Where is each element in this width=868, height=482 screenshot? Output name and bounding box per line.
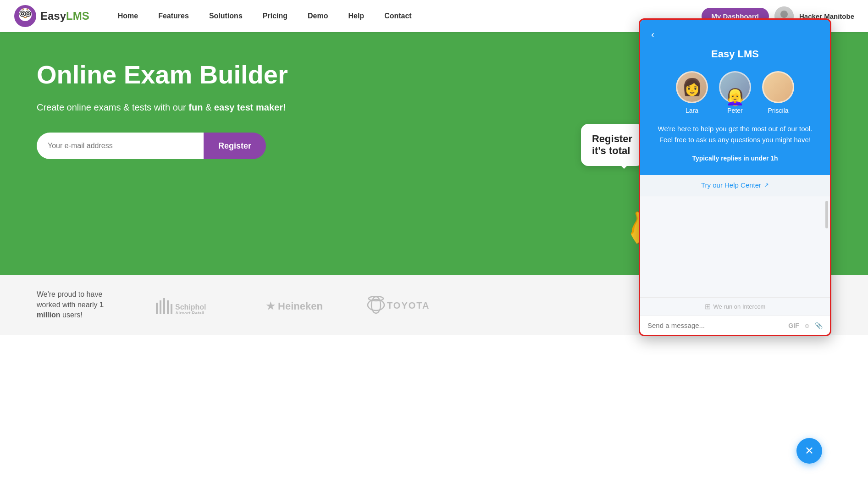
hero-subtitle: Create online exams & tests with our fun… [37,100,289,114]
agent-lara-name: Lara [686,107,698,114]
chat-title: Easy LMS [651,48,819,60]
nav-contact[interactable]: Contact [374,0,422,32]
svg-text:Schiphol: Schiphol [175,303,206,311]
hero-title: Online Exam Builder [37,60,312,89]
chat-description: We're here to help you get the most out … [651,123,819,145]
chat-input-area: GIF ☺ 📎 [640,316,830,335]
chat-message-input[interactable] [647,321,784,329]
svg-point-7 [28,13,29,15]
svg-text:★ Heineken: ★ Heineken [266,300,323,312]
agent-priscila-avatar [762,71,794,103]
intercom-icon: ⊞ [705,302,711,311]
logo-text: EasyLMS [40,10,89,22]
nav-demo[interactable]: Demo [298,0,338,32]
help-center-link[interactable]: Try our Help Center ↗ [701,181,769,189]
chat-tools: GIF ☺ 📎 [788,322,823,329]
close-chat-button[interactable]: ✕ [796,438,822,464]
svg-point-9 [780,11,788,18]
svg-rect-14 [167,300,169,314]
toyota-logo: TOYOTA [367,296,440,314]
chat-scrollbar[interactable] [825,201,828,228]
agent-lara-avatar [676,71,708,103]
nav-home[interactable]: Home [108,0,148,32]
agent-priscila-name: Priscila [768,107,788,114]
nav-pricing[interactable]: Pricing [253,0,298,32]
svg-rect-12 [160,300,161,314]
logo[interactable]: EasyLMS [14,5,89,28]
brands-text: We're proud to have worked with nearly 1… [37,289,119,320]
chat-back-button[interactable]: ‹ [651,29,654,41]
email-form: Register [37,133,266,159]
svg-text:TOYOTA: TOYOTA [387,300,430,310]
svg-rect-13 [163,298,165,314]
svg-point-6 [22,13,23,15]
help-center-bar: Try our Help Center ↗ [640,175,830,196]
nav-links: Home Features Solutions Pricing Demo Hel… [108,0,702,32]
bottom-area [0,335,868,482]
logo-owl-icon [14,5,37,28]
attach-button[interactable]: 📎 [815,322,823,329]
external-link-icon: ↗ [764,182,769,188]
heineken-logo: ★ Heineken [266,296,330,314]
powered-by-bar: ⊞ We run on Intercom [640,297,830,316]
agent-priscila: Priscila [762,71,794,114]
gif-button[interactable]: GIF [788,322,799,329]
chat-messages[interactable] [640,196,830,297]
nav-help[interactable]: Help [338,0,374,32]
chat-agents: Lara Peter Priscila [651,71,819,114]
svg-text:Airport Retail: Airport Retail [175,311,205,314]
chat-header: ‹ Easy LMS Lara Peter Priscila We're her… [640,20,830,175]
email-input[interactable] [37,133,204,159]
svg-rect-11 [156,303,158,314]
svg-rect-15 [171,304,172,314]
chat-widget: ‹ Easy LMS Lara Peter Priscila We're her… [639,18,831,336]
nav-solutions[interactable]: Solutions [199,0,253,32]
schiphol-logo: Schiphol Airport Retail [156,296,229,314]
agent-peter-name: Peter [727,107,742,114]
chat-reply-time: Typically replies in under 1h [651,155,819,162]
nav-features[interactable]: Features [148,0,199,32]
register-button[interactable]: Register [204,133,266,159]
speech-bubble: Register it's total [581,124,643,166]
emoji-button[interactable]: ☺ [804,322,810,329]
agent-lara: Lara [676,71,708,114]
